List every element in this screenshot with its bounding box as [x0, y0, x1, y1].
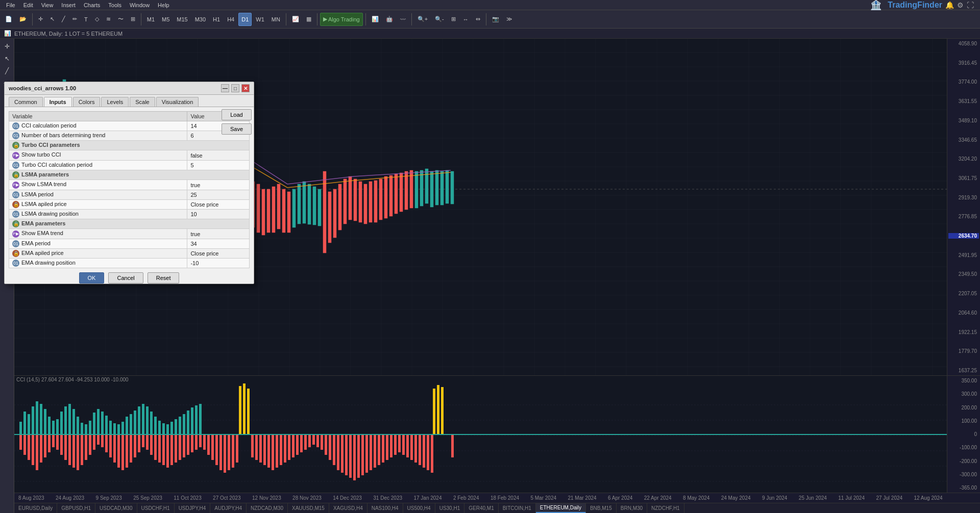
- row-show-ema[interactable]: P▶Show EMA trend true: [9, 229, 250, 239]
- pencil-button[interactable]: ✏: [69, 13, 80, 26]
- dlg-tab-scale[interactable]: Scale: [130, 97, 155, 107]
- row-cci-period[interactable]: 01CCI calculation period 14: [9, 121, 250, 131]
- row-ema-price[interactable]: 🔒EMA apiled price Close price: [9, 249, 250, 259]
- grid-btn[interactable]: ⊞: [448, 13, 459, 26]
- tab-nzdcad-m30[interactable]: NZDCAD,M30: [247, 503, 288, 513]
- row-lsma-pos-val[interactable]: 10: [187, 210, 250, 219]
- minimize-button[interactable]: —: [221, 84, 229, 92]
- oscillator-btn[interactable]: 〰: [397, 13, 409, 26]
- tf-mn[interactable]: MN: [268, 13, 283, 26]
- expert-btn[interactable]: 🤖: [383, 13, 396, 26]
- dlg-tab-colors[interactable]: Colors: [73, 97, 101, 107]
- chart-type-btn[interactable]: 📈: [289, 13, 302, 26]
- maximize-button[interactable]: □: [231, 84, 239, 92]
- menu-item-help[interactable]: Help: [154, 0, 174, 10]
- row-show-lsma-val[interactable]: true: [187, 180, 250, 190]
- tab-xauusd-m15[interactable]: XAUUSD,M15: [288, 503, 329, 513]
- autoscale-btn[interactable]: ⇔: [473, 13, 483, 26]
- row-show-turbo-val[interactable]: false: [187, 150, 250, 161]
- menu-item-window[interactable]: Window: [126, 0, 154, 10]
- tab-bitcoin-h1[interactable]: BITCOIN,H1: [499, 503, 536, 513]
- tab-us500-h4[interactable]: US500,H4: [403, 503, 435, 513]
- row-bars-trend[interactable]: 01Number of bars determining trend 6: [9, 131, 250, 141]
- dlg-tab-common[interactable]: Common: [9, 97, 43, 107]
- dlg-tab-levels[interactable]: Levels: [101, 97, 129, 107]
- tab-gbpusd-h1[interactable]: GBPUSD,H1: [57, 503, 95, 513]
- tf-w1[interactable]: W1: [253, 13, 267, 26]
- menu-item-insert[interactable]: Insert: [57, 0, 80, 10]
- tf-m15[interactable]: M15: [174, 13, 190, 26]
- dlg-tab-visualization[interactable]: Visualization: [156, 97, 199, 107]
- dlg-tab-inputs[interactable]: Inputs: [44, 97, 72, 107]
- indicators-btn[interactable]: 📊: [369, 13, 382, 26]
- reset-button[interactable]: Reset: [148, 272, 180, 284]
- load-button[interactable]: Load: [222, 109, 252, 120]
- save-button[interactable]: Save: [222, 123, 252, 135]
- new-chart-button[interactable]: 📄: [2, 13, 15, 26]
- left-tool-1[interactable]: ✛: [2, 41, 13, 52]
- algo-trading-btn[interactable]: ▶ Algo Trading: [320, 13, 363, 26]
- row-lsma-period[interactable]: 01LSMA period 25: [9, 190, 250, 200]
- wave-button[interactable]: 〜: [115, 13, 127, 26]
- expand-icon[interactable]: ⛶: [967, 1, 974, 9]
- row-lsma-price-val[interactable]: Close price: [187, 200, 250, 210]
- row-turbo-period[interactable]: 01Turbo CCI calculation period 5: [9, 161, 250, 170]
- tab-us30-h1[interactable]: US30,H1: [435, 503, 465, 513]
- cci-chart[interactable]: CCI (14,5) 27.604 27.604 -94.253 10.000 …: [14, 375, 980, 493]
- left-tool-2[interactable]: ↖: [2, 53, 13, 64]
- row-ema-period[interactable]: 01EMA period 34: [9, 239, 250, 249]
- screenshot-btn[interactable]: 📷: [489, 13, 502, 26]
- text-button[interactable]: T: [81, 13, 91, 26]
- row-show-ema-val[interactable]: true: [187, 229, 250, 239]
- tab-usdchf-h1[interactable]: USDCHF,H1: [137, 503, 175, 513]
- line-button[interactable]: ╱: [59, 13, 68, 26]
- row-ema-pos[interactable]: 01EMA drawing position -10: [9, 259, 250, 268]
- cancel-button[interactable]: Cancel: [108, 272, 143, 284]
- tab-ger40-m1[interactable]: GER40,M1: [464, 503, 498, 513]
- menu-item-tools[interactable]: Tools: [104, 0, 126, 10]
- tab-usdcad-m30[interactable]: USDCAD,M30: [95, 503, 137, 513]
- zoom-in-btn[interactable]: 🔍+: [414, 13, 431, 26]
- tab-usdjpy-h4[interactable]: USDJPY,H4: [175, 503, 211, 513]
- tab-brn-m30[interactable]: BRN,M30: [617, 503, 647, 513]
- tab-audjpy-h4[interactable]: AUDJPY,H4: [210, 503, 247, 513]
- fib-button[interactable]: ≋: [103, 13, 114, 26]
- settings-icon[interactable]: ⚙: [957, 1, 964, 9]
- row-lsma-price[interactable]: 🔒LSMA apiled price Close price: [9, 200, 250, 210]
- tf-h1[interactable]: H1: [210, 13, 223, 26]
- crosshair-button[interactable]: ✛: [35, 13, 46, 26]
- tf-m1[interactable]: M1: [144, 13, 158, 26]
- menu-item-charts[interactable]: Charts: [80, 0, 104, 10]
- tf-m30[interactable]: M30: [192, 13, 209, 26]
- ok-button[interactable]: OK: [79, 272, 105, 284]
- row-ema-period-val[interactable]: 34: [187, 239, 250, 249]
- arrow-button[interactable]: ↖: [47, 13, 58, 26]
- tab-ethereum-daily[interactable]: ETHEREUM,Daily: [536, 503, 586, 513]
- notification-icon[interactable]: 🔔: [945, 1, 954, 9]
- row-show-lsma[interactable]: P▶Show LSMA trend true: [9, 180, 250, 190]
- tf-m5[interactable]: M5: [159, 13, 173, 26]
- shapes-button[interactable]: ◇: [92, 13, 102, 26]
- row-turbo-period-val[interactable]: 5: [187, 161, 250, 170]
- menu-item-view[interactable]: View: [37, 0, 58, 10]
- tab-nzdchf-h1[interactable]: NZDCHF,H1: [647, 503, 684, 513]
- close-button[interactable]: ✕: [241, 84, 250, 92]
- tf-d1[interactable]: D1: [238, 13, 252, 26]
- menu-item-file[interactable]: File: [2, 0, 19, 10]
- tf-h4[interactable]: H4: [224, 13, 237, 26]
- tab-xagusd-h4[interactable]: XAGUSD,H4: [329, 503, 368, 513]
- open-button[interactable]: 📂: [16, 13, 30, 26]
- bar-chart-btn[interactable]: ▦: [303, 13, 314, 26]
- tab-eurusd-daily[interactable]: EURUSD,Daily: [14, 503, 57, 513]
- left-tool-3[interactable]: ╱: [2, 65, 13, 76]
- tab-bnb-m15[interactable]: BNB,M15: [586, 503, 617, 513]
- menu-item-edit[interactable]: Edit: [19, 0, 37, 10]
- measure-button[interactable]: ⊞: [128, 13, 138, 26]
- tab-nas100-h4[interactable]: NAS100,H4: [368, 503, 403, 513]
- row-show-turbo[interactable]: P▶Show turbo CCI false: [9, 150, 250, 161]
- row-lsma-pos[interactable]: 01LSMA drawing position 10: [9, 210, 250, 219]
- row-lsma-period-val[interactable]: 25: [187, 190, 250, 200]
- scroll-btn[interactable]: ↔: [460, 13, 472, 26]
- zoom-out-btn[interactable]: 🔍-: [432, 13, 447, 26]
- row-ema-price-val[interactable]: Close price: [187, 249, 250, 259]
